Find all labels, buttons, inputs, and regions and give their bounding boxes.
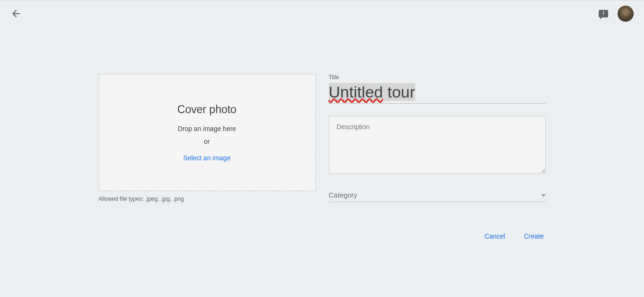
form-panel: Title Untitled tour Category Cancel Crea… (329, 74, 546, 244)
cover-photo-panel: Cover photo Drop an image here or Select… (99, 74, 316, 244)
description-input[interactable] (329, 116, 546, 173)
drop-text: Drop an image here (178, 125, 236, 132)
title-value-selected: Untitled (329, 83, 383, 101)
dropzone-text: Drop an image here or (178, 123, 236, 148)
cancel-button[interactable]: Cancel (483, 229, 507, 244)
arrow-back-icon (10, 8, 22, 19)
select-image-link[interactable]: Select an image (183, 154, 230, 162)
title-value-plain: tour (383, 83, 415, 101)
avatar[interactable] (618, 6, 634, 22)
category-select[interactable]: Category (329, 190, 546, 202)
cover-photo-dropzone[interactable]: Cover photo Drop an image here or Select… (99, 74, 316, 191)
chevron-down-icon (541, 190, 546, 199)
actions: Cancel Create (329, 229, 546, 244)
header-right (599, 6, 634, 22)
title-input[interactable]: Untitled tour (329, 82, 546, 104)
header (0, 0, 644, 27)
cover-photo-title: Cover photo (177, 103, 236, 116)
back-button[interactable] (10, 8, 22, 19)
title-label: Title (329, 74, 546, 81)
allowed-file-types: Allowed file types: .jpeg, .jpg, .png (99, 196, 316, 202)
category-label: Category (329, 191, 358, 199)
feedback-icon[interactable] (599, 10, 608, 17)
create-button[interactable]: Create (522, 229, 545, 244)
description-field-group (329, 116, 546, 175)
title-field-group: Title Untitled tour (329, 74, 546, 104)
main-content: Cover photo Drop an image here or Select… (0, 27, 644, 244)
or-text: or (204, 138, 209, 145)
